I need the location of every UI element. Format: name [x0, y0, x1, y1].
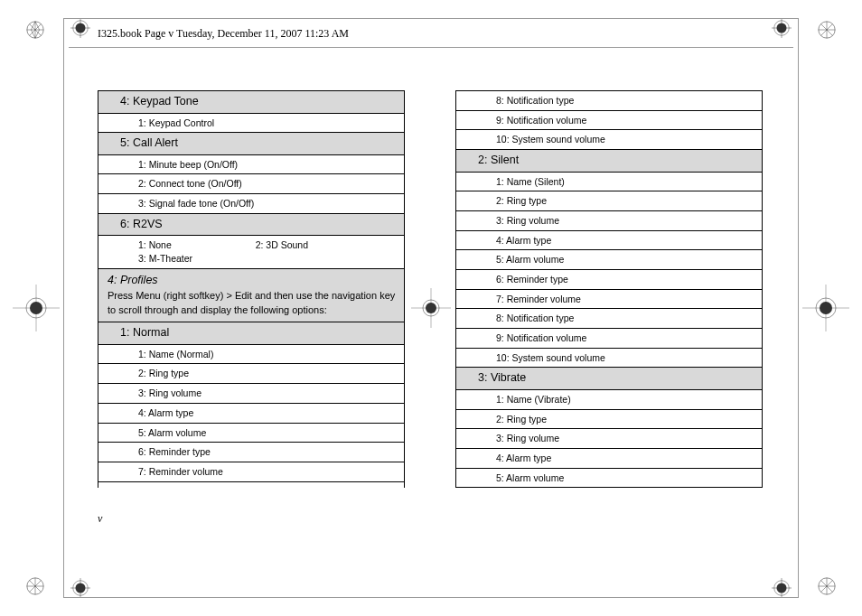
section-vibrate: 3: Vibrate: [456, 368, 762, 390]
list-item: 1: Name (Normal): [98, 345, 404, 365]
registration-mark-icon: [817, 20, 837, 40]
list-item: 1: None 2: 3D Sound 3: M-Theater: [98, 236, 404, 268]
list-item: 7: Reminder volume: [98, 462, 404, 482]
svg-line-7: [35, 30, 40, 38]
section-r2vs: 6: R2VS: [98, 214, 404, 237]
list-item: 3: Ring volume: [456, 429, 762, 449]
registration-mark-icon: [817, 576, 837, 596]
section-normal: 1: Normal: [98, 322, 404, 345]
list-item: 6: Reminder type: [98, 443, 404, 462]
left-column: 4: Keypad Tone 1: Keypad Control 5: Call…: [98, 90, 405, 488]
list-item: 1: Keypad Control: [98, 114, 404, 134]
section-profiles: 4: Profiles Press Menu (right softkey) >…: [98, 269, 404, 323]
list-item: 8: Notification type: [456, 309, 762, 329]
list-item: 6: Reminder type: [456, 270, 762, 290]
section-keypad-tone: 4: Keypad Tone: [98, 91, 404, 114]
section-desc: Press Menu (right softkey) > Edit and th…: [108, 290, 395, 316]
list-item: 2: Ring type: [456, 410, 762, 430]
crosshair-icon: [802, 285, 849, 331]
list-item: 2: Connect tone (On/Off): [98, 174, 404, 194]
page-number: v: [98, 512, 102, 526]
list-item: 4: Alarm type: [98, 404, 404, 424]
list-item: 10: System sound volume: [456, 349, 762, 369]
svg-line-5: [35, 22, 40, 30]
option: 3: M-Theater: [138, 252, 253, 266]
list-item: 3: Ring volume: [456, 211, 762, 231]
option: 1: None: [138, 238, 253, 252]
list-item: 5: Alarm volume: [456, 250, 762, 270]
list-item: 1: Minute beep (On/Off): [98, 155, 404, 175]
list-item: 1: Name (Silent): [456, 173, 762, 192]
section-title: 4: Profiles: [108, 274, 158, 286]
header-rule: [69, 47, 793, 48]
svg-line-6: [31, 22, 35, 30]
list-item: 8: Notification type: [456, 91, 762, 111]
right-column: 8: Notification type 9: Notification vol…: [455, 90, 763, 488]
svg-point-46: [820, 302, 832, 314]
section-silent: 2: Silent: [456, 150, 762, 173]
list-item: 9: Notification volume: [456, 111, 762, 131]
list-item: 2: Ring type: [456, 191, 762, 211]
option: 2: 3D Sound: [256, 238, 370, 252]
registration-mark-icon: [25, 576, 45, 596]
list-item: 7: Reminder volume: [456, 290, 762, 310]
list-item: 4: Alarm type: [456, 449, 762, 469]
crosshair-icon: [13, 285, 60, 331]
section-call-alert: 5: Call Alert: [98, 133, 404, 155]
registration-mark-icon: [25, 20, 45, 40]
list-item: 5: Alarm volume: [456, 469, 762, 489]
list-item: 3: Signal fade tone (On/Off): [98, 194, 404, 214]
list-item: 9: Notification volume: [456, 329, 762, 349]
svg-line-8: [31, 30, 35, 38]
list-item: 10: System sound volume: [456, 130, 762, 150]
list-item: 5: Alarm volume: [98, 424, 404, 443]
page-header: I325.book Page v Tuesday, December 11, 2…: [98, 27, 349, 41]
list-item: 2: Ring type: [98, 364, 404, 384]
list-item: 3: Ring volume: [98, 384, 404, 404]
list-item: 1: Name (Vibrate): [456, 390, 762, 410]
list-item: 4: Alarm type: [456, 231, 762, 251]
svg-point-42: [30, 302, 42, 314]
content-area: 4: Keypad Tone 1: Keypad Control 5: Call…: [98, 90, 766, 488]
